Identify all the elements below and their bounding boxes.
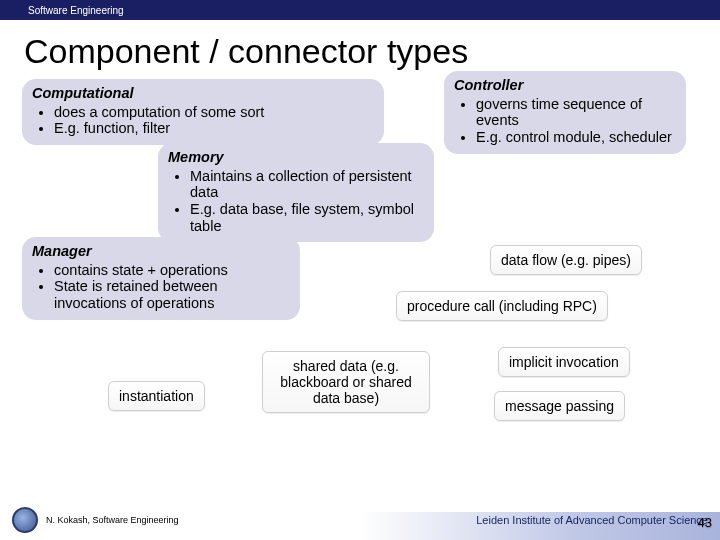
footer-credit: N. Kokash, Software Engineering [46,515,179,525]
bullet: governs time sequence of events [476,96,676,129]
chip-dataflow: data flow (e.g. pipes) [490,245,642,275]
box-head: Manager [32,243,290,260]
chip-implicit: implicit invocation [498,347,630,377]
bullet: E.g. function, filter [54,120,374,137]
top-bar-label: Software Engineering [28,5,124,16]
box-memory: Memory Maintains a collection of persist… [158,143,434,242]
bullet: E.g. data base, file system, symbol tabl… [190,201,424,234]
box-head: Memory [168,149,424,166]
bullet: Maintains a collection of persistent dat… [190,168,424,201]
footer-left: N. Kokash, Software Engineering [12,507,179,533]
footer: N. Kokash, Software Engineering Leiden I… [0,500,720,540]
seal-icon [12,507,38,533]
footer-affiliation: Leiden Institute of Advanced Computer Sc… [476,514,708,526]
box-head: Computational [32,85,374,102]
chip-procedure: procedure call (including RPC) [396,291,608,321]
chip-shared: shared data (e.g. blackboard or shared d… [262,351,430,413]
bullet: E.g. control module, scheduler [476,129,676,146]
box-controller: Controller governs time sequence of even… [444,71,686,154]
bullet: contains state + operations [54,262,290,279]
slide-content: Computational does a computation of some… [0,79,720,479]
top-bar: Software Engineering [0,0,720,20]
box-head: Controller [454,77,676,94]
page-number: 43 [698,515,712,530]
chip-message: message passing [494,391,625,421]
box-computational: Computational does a computation of some… [22,79,384,145]
bullet: State is retained between invocations of… [54,278,290,311]
bullet: does a computation of some sort [54,104,374,121]
box-manager: Manager contains state + operations Stat… [22,237,300,320]
chip-instantiation: instantiation [108,381,205,411]
